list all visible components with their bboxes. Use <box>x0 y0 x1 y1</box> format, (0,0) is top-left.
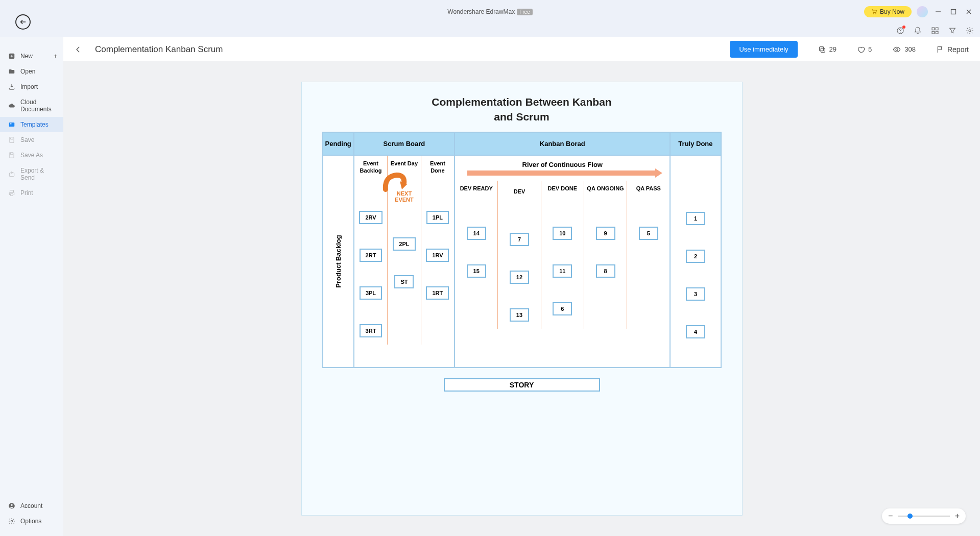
pending-body: Product Backlog <box>323 155 354 368</box>
bell-icon[interactable] <box>914 27 922 35</box>
sidebar-item-cloud[interactable]: Cloud Documents <box>0 94 63 117</box>
card[interactable]: 1PL <box>426 211 449 224</box>
river-arrow-icon <box>467 170 657 176</box>
sidebar-item-label: Print <box>20 189 33 197</box>
sidebar-item-label: Save As <box>20 152 43 159</box>
save-icon <box>8 136 15 143</box>
report-button[interactable]: Report <box>936 45 969 54</box>
card[interactable]: 2 <box>686 250 705 263</box>
svg-rect-3 <box>936 28 938 30</box>
card[interactable]: 7 <box>510 233 529 246</box>
sidebar-item-open[interactable]: Open <box>0 64 63 79</box>
filter-icon[interactable] <box>948 27 957 35</box>
svg-point-12 <box>11 504 13 506</box>
card[interactable]: 2PL <box>393 237 415 251</box>
page-title: Complementation Kanban Scrum <box>95 44 720 55</box>
card[interactable]: 2RV <box>359 211 382 224</box>
diagram: Complementation Between Kanban and Scrum… <box>301 82 743 516</box>
sidebar-item-save[interactable]: Save <box>0 132 63 148</box>
cart-icon <box>871 9 877 15</box>
back-button[interactable] <box>15 14 31 30</box>
sidebar-item-print[interactable]: Print <box>0 185 63 201</box>
arrow-left-icon <box>19 18 27 26</box>
sidebar-item-account[interactable]: Account <box>0 498 63 514</box>
card[interactable]: 15 <box>467 264 486 278</box>
svg-rect-8 <box>9 123 15 127</box>
apps-icon[interactable] <box>931 27 939 35</box>
sidebar-item-label: Save <box>20 136 34 143</box>
sidebar-item-label: Open <box>20 68 35 75</box>
app-title: Wondershare EdrawMax Free <box>447 8 532 15</box>
help-icon[interactable] <box>896 27 904 35</box>
title-bar: Wondershare EdrawMax Free Buy Now <box>0 0 980 37</box>
card[interactable]: 14 <box>467 227 486 240</box>
buy-now-button[interactable]: Buy Now <box>864 6 912 17</box>
zoom-slider[interactable] <box>898 516 949 517</box>
print-icon <box>8 189 15 197</box>
avatar[interactable] <box>917 6 928 17</box>
heart-icon <box>857 45 865 54</box>
add-icon[interactable]: + <box>54 53 57 60</box>
svg-point-16 <box>896 48 898 51</box>
card[interactable]: 11 <box>553 264 572 278</box>
likes-stat: 5 <box>857 45 872 54</box>
back-chevron[interactable] <box>75 45 82 54</box>
card[interactable]: 6 <box>553 302 572 315</box>
free-badge: Free <box>517 9 533 15</box>
sidebar-item-export[interactable]: Export & Send <box>0 163 63 185</box>
svg-rect-2 <box>932 28 935 30</box>
copy-icon <box>818 45 826 54</box>
card[interactable]: 3PL <box>360 286 382 300</box>
sidebar-item-import[interactable]: Import <box>0 79 63 94</box>
zoom-control: − + <box>882 508 966 524</box>
close-button[interactable] <box>964 7 974 17</box>
folder-icon <box>8 68 15 75</box>
card[interactable]: 3 <box>686 287 705 301</box>
export-icon <box>8 170 15 178</box>
views-stat: 308 <box>892 45 916 54</box>
svg-point-6 <box>969 30 971 32</box>
sidebar-item-new[interactable]: New + <box>0 48 63 64</box>
zoom-out-button[interactable]: − <box>888 511 893 521</box>
sidebar-item-label: Options <box>20 518 41 525</box>
col-truly: Truly Done <box>670 132 721 155</box>
templates-icon <box>8 121 15 128</box>
card[interactable]: 2RT <box>360 249 383 262</box>
card[interactable]: 5 <box>639 227 658 240</box>
cloud-icon <box>8 102 15 109</box>
sidebar-item-templates[interactable]: Templates <box>0 117 63 132</box>
sidebar-item-label: Account <box>20 502 42 509</box>
svg-rect-5 <box>936 31 938 34</box>
import-icon <box>8 83 15 90</box>
card[interactable]: ST <box>394 275 414 288</box>
minimize-button[interactable] <box>933 7 943 17</box>
col-scrum: Scrum Board <box>354 132 455 155</box>
col-kanban: Kanban Borad <box>455 132 670 155</box>
zoom-in-button[interactable]: + <box>955 511 960 521</box>
svg-rect-4 <box>932 31 935 34</box>
diagram-title: Complementation Between Kanban and Scrum <box>306 94 738 125</box>
card[interactable]: 3RT <box>360 324 383 337</box>
card[interactable]: 9 <box>596 227 615 240</box>
card[interactable]: 1RT <box>426 286 449 300</box>
sidebar-item-label: Export & Send <box>20 167 55 181</box>
card[interactable]: 12 <box>510 271 529 284</box>
canvas-area[interactable]: Complementation Between Kanban and Scrum… <box>63 61 980 536</box>
card[interactable]: 8 <box>596 264 615 278</box>
svg-rect-0 <box>951 10 956 14</box>
scrum-body: Event Backlog 2RV 2RT 3PL 3RT <box>354 155 455 368</box>
chevron-left-icon <box>75 45 82 54</box>
card[interactable]: 13 <box>510 308 529 322</box>
card[interactable]: 1 <box>686 212 705 225</box>
sidebar-item-saveas[interactable]: Save As <box>0 148 63 163</box>
kanban-body: River of Continuous Flow DEV READY 14 15 <box>455 155 670 368</box>
plus-square-icon <box>8 53 15 60</box>
card[interactable]: 4 <box>686 325 705 338</box>
sidebar: New + Open Import Cloud Documents Templa… <box>0 37 63 536</box>
use-immediately-button[interactable]: Use immediately <box>730 41 797 58</box>
card[interactable]: 1RV <box>426 249 449 262</box>
maximize-button[interactable] <box>948 7 959 17</box>
sidebar-item-options[interactable]: Options <box>0 514 63 529</box>
gear-icon[interactable] <box>966 27 974 35</box>
card[interactable]: 10 <box>553 227 572 240</box>
